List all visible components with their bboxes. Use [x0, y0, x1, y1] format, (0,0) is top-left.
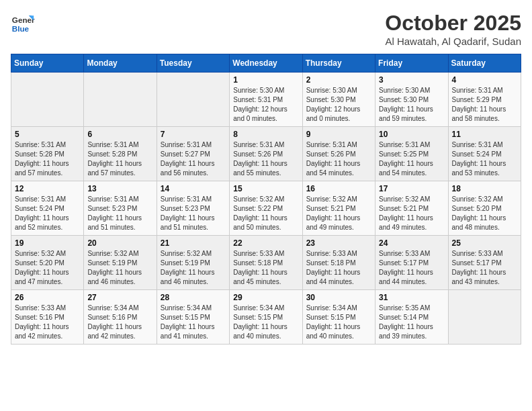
calendar-cell: [11, 73, 84, 127]
day-number: 13: [87, 184, 152, 193]
day-info: Sunrise: 5:30 AM Sunset: 5:30 PM Dayligh…: [306, 86, 371, 124]
day-number: 5: [15, 130, 80, 139]
day-number: 3: [379, 75, 444, 85]
day-number: 20: [87, 238, 152, 248]
day-number: 25: [452, 238, 517, 248]
calendar-cell: 5Sunrise: 5:31 AM Sunset: 5:28 PM Daylig…: [11, 127, 84, 181]
day-info: Sunrise: 5:35 AM Sunset: 5:14 PM Dayligh…: [379, 304, 444, 341]
day-info: Sunrise: 5:32 AM Sunset: 5:19 PM Dayligh…: [161, 249, 226, 287]
calendar-cell: 24Sunrise: 5:33 AM Sunset: 5:17 PM Dayli…: [375, 236, 448, 290]
calendar-cell: 30Sunrise: 5:34 AM Sunset: 5:15 PM Dayli…: [302, 290, 375, 345]
day-info: Sunrise: 5:31 AM Sunset: 5:23 PM Dayligh…: [161, 195, 226, 232]
calendar-cell: 7Sunrise: 5:31 AM Sunset: 5:27 PM Daylig…: [157, 127, 229, 181]
calendar-cell: 22Sunrise: 5:33 AM Sunset: 5:18 PM Dayli…: [230, 236, 302, 290]
day-number: 2: [306, 75, 371, 85]
day-number: 17: [379, 184, 444, 193]
weekday-header: Sunday: [11, 54, 84, 73]
day-info: Sunrise: 5:31 AM Sunset: 5:23 PM Dayligh…: [87, 195, 152, 232]
calendar-cell: 26Sunrise: 5:33 AM Sunset: 5:16 PM Dayli…: [11, 290, 84, 345]
calendar-week-row: 5Sunrise: 5:31 AM Sunset: 5:28 PM Daylig…: [11, 127, 521, 181]
day-info: Sunrise: 5:30 AM Sunset: 5:31 PM Dayligh…: [233, 86, 298, 124]
calendar-cell: 6Sunrise: 5:31 AM Sunset: 5:28 PM Daylig…: [84, 127, 157, 181]
weekday-header: Wednesday: [230, 54, 302, 73]
day-info: Sunrise: 5:33 AM Sunset: 5:18 PM Dayligh…: [233, 249, 298, 287]
day-info: Sunrise: 5:31 AM Sunset: 5:24 PM Dayligh…: [452, 140, 517, 178]
calendar-week-row: 19Sunrise: 5:32 AM Sunset: 5:20 PM Dayli…: [11, 236, 521, 290]
day-info: Sunrise: 5:31 AM Sunset: 5:26 PM Dayligh…: [306, 140, 371, 178]
day-info: Sunrise: 5:31 AM Sunset: 5:27 PM Dayligh…: [161, 140, 226, 178]
calendar-cell: 23Sunrise: 5:33 AM Sunset: 5:18 PM Dayli…: [302, 236, 375, 290]
day-number: 15: [233, 184, 298, 193]
day-number: 21: [161, 238, 226, 248]
day-number: 1: [233, 75, 298, 85]
day-info: Sunrise: 5:30 AM Sunset: 5:30 PM Dayligh…: [379, 86, 444, 124]
day-info: Sunrise: 5:32 AM Sunset: 5:21 PM Dayligh…: [379, 195, 444, 232]
weekday-header: Monday: [84, 54, 157, 73]
calendar-cell: 15Sunrise: 5:32 AM Sunset: 5:22 PM Dayli…: [230, 181, 302, 236]
calendar-cell: 1Sunrise: 5:30 AM Sunset: 5:31 PM Daylig…: [230, 73, 302, 127]
calendar-cell: 11Sunrise: 5:31 AM Sunset: 5:24 PM Dayli…: [448, 127, 521, 181]
calendar-cell: 20Sunrise: 5:32 AM Sunset: 5:19 PM Dayli…: [84, 236, 157, 290]
day-number: 22: [233, 238, 298, 248]
month-title: October 2025: [385, 11, 521, 36]
day-number: 7: [161, 130, 226, 139]
day-number: 28: [161, 293, 226, 302]
calendar-cell: 27Sunrise: 5:34 AM Sunset: 5:16 PM Dayli…: [84, 290, 157, 345]
weekday-header: Tuesday: [157, 54, 229, 73]
day-info: Sunrise: 5:33 AM Sunset: 5:16 PM Dayligh…: [15, 304, 80, 341]
day-number: 6: [87, 130, 152, 139]
day-number: 26: [15, 293, 80, 302]
day-info: Sunrise: 5:32 AM Sunset: 5:22 PM Dayligh…: [233, 195, 298, 232]
calendar-cell: 13Sunrise: 5:31 AM Sunset: 5:23 PM Dayli…: [84, 181, 157, 236]
day-info: Sunrise: 5:31 AM Sunset: 5:28 PM Dayligh…: [15, 140, 80, 178]
calendar-cell: 10Sunrise: 5:31 AM Sunset: 5:25 PM Dayli…: [375, 127, 448, 181]
page-header: General Blue October 2025 Al Hawatah, Al…: [11, 11, 521, 47]
logo-icon: General Blue: [11, 11, 35, 35]
calendar-cell: [157, 73, 229, 127]
svg-text:Blue: Blue: [12, 24, 30, 33]
calendar-cell: 2Sunrise: 5:30 AM Sunset: 5:30 PM Daylig…: [302, 73, 375, 127]
calendar-table: SundayMondayTuesdayWednesdayThursdayFrid…: [11, 54, 521, 345]
title-block: October 2025 Al Hawatah, Al Qadarif, Sud…: [385, 11, 521, 47]
calendar-cell: 18Sunrise: 5:32 AM Sunset: 5:20 PM Dayli…: [448, 181, 521, 236]
calendar-cell: 9Sunrise: 5:31 AM Sunset: 5:26 PM Daylig…: [302, 127, 375, 181]
day-info: Sunrise: 5:32 AM Sunset: 5:20 PM Dayligh…: [452, 195, 517, 232]
calendar-cell: 8Sunrise: 5:31 AM Sunset: 5:26 PM Daylig…: [230, 127, 302, 181]
calendar-cell: 28Sunrise: 5:34 AM Sunset: 5:15 PM Dayli…: [157, 290, 229, 345]
day-number: 12: [15, 184, 80, 193]
calendar-cell: [84, 73, 157, 127]
day-info: Sunrise: 5:32 AM Sunset: 5:21 PM Dayligh…: [306, 195, 371, 232]
day-info: Sunrise: 5:32 AM Sunset: 5:19 PM Dayligh…: [87, 249, 152, 287]
day-info: Sunrise: 5:34 AM Sunset: 5:15 PM Dayligh…: [306, 304, 371, 341]
day-number: 23: [306, 238, 371, 248]
calendar-cell: 4Sunrise: 5:31 AM Sunset: 5:29 PM Daylig…: [448, 73, 521, 127]
day-info: Sunrise: 5:33 AM Sunset: 5:18 PM Dayligh…: [306, 249, 371, 287]
day-number: 29: [233, 293, 298, 302]
location: Al Hawatah, Al Qadarif, Sudan: [385, 36, 521, 47]
weekday-header: Friday: [375, 54, 448, 73]
calendar-cell: 29Sunrise: 5:34 AM Sunset: 5:15 PM Dayli…: [230, 290, 302, 345]
weekday-header: Thursday: [302, 54, 375, 73]
calendar-cell: 19Sunrise: 5:32 AM Sunset: 5:20 PM Dayli…: [11, 236, 84, 290]
day-number: 19: [15, 238, 80, 248]
day-info: Sunrise: 5:34 AM Sunset: 5:15 PM Dayligh…: [161, 304, 226, 341]
calendar-week-row: 26Sunrise: 5:33 AM Sunset: 5:16 PM Dayli…: [11, 290, 521, 345]
day-number: 11: [452, 130, 517, 139]
day-info: Sunrise: 5:32 AM Sunset: 5:20 PM Dayligh…: [15, 249, 80, 287]
calendar-cell: 14Sunrise: 5:31 AM Sunset: 5:23 PM Dayli…: [157, 181, 229, 236]
calendar-cell: 16Sunrise: 5:32 AM Sunset: 5:21 PM Dayli…: [302, 181, 375, 236]
calendar-cell: 17Sunrise: 5:32 AM Sunset: 5:21 PM Dayli…: [375, 181, 448, 236]
day-number: 27: [87, 293, 152, 302]
day-number: 18: [452, 184, 517, 193]
calendar-cell: 21Sunrise: 5:32 AM Sunset: 5:19 PM Dayli…: [157, 236, 229, 290]
day-number: 30: [306, 293, 371, 302]
calendar-cell: 31Sunrise: 5:35 AM Sunset: 5:14 PM Dayli…: [375, 290, 448, 345]
day-number: 24: [379, 238, 444, 248]
day-number: 4: [452, 75, 517, 85]
calendar-week-row: 12Sunrise: 5:31 AM Sunset: 5:24 PM Dayli…: [11, 181, 521, 236]
calendar-cell: [448, 290, 521, 345]
logo: General Blue: [11, 11, 38, 35]
day-number: 9: [306, 130, 371, 139]
calendar-cell: 3Sunrise: 5:30 AM Sunset: 5:30 PM Daylig…: [375, 73, 448, 127]
calendar-cell: 12Sunrise: 5:31 AM Sunset: 5:24 PM Dayli…: [11, 181, 84, 236]
